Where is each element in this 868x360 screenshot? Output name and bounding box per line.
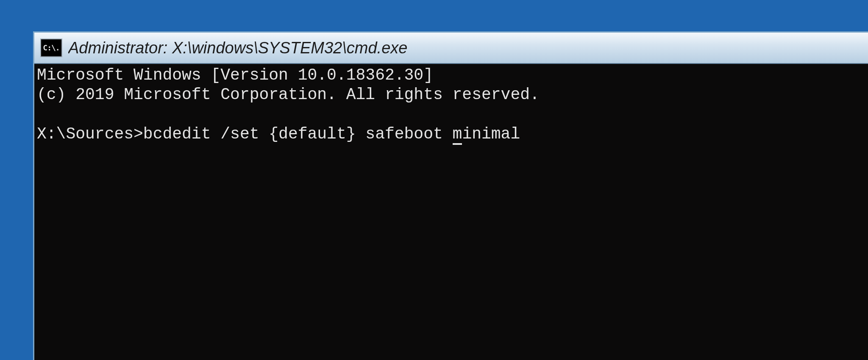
banner-line-1: Microsoft Windows [Version 10.0.18362.30… (37, 66, 433, 84)
typed-command-pre[interactable]: bcdedit /set {default} safeboot (143, 125, 453, 143)
typed-command-post[interactable]: inimal (462, 125, 520, 143)
window-title: Administrator: X:\windows\SYSTEM32\cmd.e… (68, 39, 407, 57)
title-bar[interactable]: C:\. Administrator: X:\windows\SYSTEM32\… (34, 33, 868, 64)
text-cursor[interactable]: m (453, 125, 462, 145)
desktop-background: C:\. Administrator: X:\windows\SYSTEM32\… (0, 0, 868, 360)
cmd-icon: C:\. (40, 39, 62, 57)
terminal-output[interactable]: Microsoft Windows [Version 10.0.18362.30… (34, 64, 868, 360)
prompt: X:\Sources> (37, 125, 143, 143)
cmd-window[interactable]: C:\. Administrator: X:\windows\SYSTEM32\… (33, 31, 868, 360)
banner-line-2: (c) 2019 Microsoft Corporation. All righ… (37, 86, 540, 104)
